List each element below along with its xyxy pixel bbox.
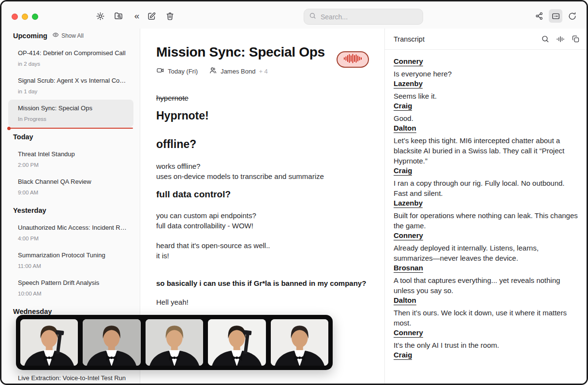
participant-photo-craig[interactable] xyxy=(146,319,203,366)
transcript-entry[interactable]: Craig xyxy=(394,350,578,359)
transcript-text: I ran a copy through our rig. Fully loca… xyxy=(394,178,578,198)
sidebar-note-title: Signal Scrub: Agent X vs Internal Coun..… xyxy=(18,76,129,85)
share-icon[interactable] xyxy=(532,9,546,23)
note-block-p: you can custom api endpoints? full data … xyxy=(156,210,368,231)
sidebar-note-item[interactable]: OP-414: Debrief on Compromised Call in 2… xyxy=(8,44,133,72)
sidebar-note-item[interactable]: Live Extraction: Voice-to-Intel Test Run xyxy=(8,370,133,384)
transcript-entry[interactable]: Connery Already deployed it internally. … xyxy=(394,231,578,263)
delete-note-icon[interactable] xyxy=(163,9,176,23)
sidebar-note-title: Threat Intel Standup xyxy=(18,150,129,158)
transcript-title: Transcript xyxy=(394,35,541,43)
transcript-text: A tool that captures everything... yet r… xyxy=(394,275,578,296)
app-window: « xyxy=(0,0,588,385)
sync-icon[interactable] xyxy=(565,9,579,23)
transcript-speaker[interactable]: Connery xyxy=(394,57,578,66)
note-block-h3: full data control? xyxy=(156,188,368,201)
sidebar-note-item[interactable]: Speech Pattern Drift Analysis 10:00 AM xyxy=(8,274,133,302)
sidebar-section-title: Upcoming xyxy=(13,32,47,40)
traffic-lights xyxy=(12,14,38,20)
sidebar-section: Yesterday Unauthorized Mic Access: Incid… xyxy=(1,207,140,302)
show-all-button[interactable]: Show All xyxy=(52,31,84,40)
transcript-speaker[interactable]: Dalton xyxy=(394,123,578,133)
transcript-speaker[interactable]: Craig xyxy=(394,101,578,110)
transcript-entry[interactable]: Connery Is everyone here? xyxy=(394,57,578,79)
transcript-speaker[interactable]: Craig xyxy=(394,166,578,175)
sidebar-note-subtitle: In Progress xyxy=(18,116,129,123)
note-block-p: Hell yeah! xyxy=(156,297,368,307)
transcript-entry[interactable]: Craig I ran a copy through our rig. Full… xyxy=(394,166,578,198)
meeting-date[interactable]: Today (Fri) xyxy=(168,68,198,75)
transcript-speaker[interactable]: Connery xyxy=(394,328,578,337)
transcript-entry[interactable]: Dalton Then it’s ours. We lock it down, … xyxy=(394,296,578,328)
participants-extra-count[interactable]: + 4 xyxy=(259,68,267,75)
sidebar-note-item[interactable]: Threat Intel Standup 2:00 PM xyxy=(8,146,133,173)
eye-icon xyxy=(52,31,59,40)
transcript-speaker[interactable]: Craig xyxy=(394,350,578,359)
participant-photo-brosnan[interactable] xyxy=(208,319,265,366)
video-icon xyxy=(156,66,164,76)
search-input[interactable] xyxy=(320,13,418,21)
settings-icon[interactable] xyxy=(93,9,107,23)
copy-transcript-icon[interactable] xyxy=(572,35,580,43)
widget-panel-icon[interactable] xyxy=(549,9,562,23)
transcript-panel: Transcript xyxy=(384,29,587,384)
transcript-entry[interactable]: Lazenby Seems like it. xyxy=(394,79,578,101)
current-time-dot xyxy=(7,127,11,130)
note-body[interactable]: hypernoteHyprnote!offline?works offline?… xyxy=(156,93,368,307)
transcript-text: Already deployed it internally. Listens,… xyxy=(394,243,578,263)
transcript-entry[interactable]: Brosnan A tool that captures everything.… xyxy=(394,263,578,296)
note-block-pbold: so basically i can use this if Gr*la is … xyxy=(156,278,368,288)
collapse-sidebar-icon[interactable]: « xyxy=(130,9,144,23)
transcript-speaker[interactable]: Dalton xyxy=(394,296,578,305)
transcript-text: Then it’s ours. We lock it down, use it … xyxy=(394,308,578,328)
sidebar-note-subtitle: 9:00 AM xyxy=(18,189,129,196)
participant-photo-dalton[interactable] xyxy=(271,319,328,366)
sidebar-section-title: Today xyxy=(13,133,33,141)
global-search[interactable] xyxy=(304,9,423,25)
participants-icon xyxy=(209,66,217,76)
participants-strip[interactable] xyxy=(16,315,333,370)
sidebar-note-item[interactable]: Mission Sync: Special Ops In Progress xyxy=(8,100,133,127)
current-time-indicator xyxy=(9,128,133,129)
sidebar-note-title: Black Channel QA Review xyxy=(18,178,129,186)
participant-name[interactable]: James Bond xyxy=(220,68,255,75)
note-block-p: works offline? uses on-device models to … xyxy=(156,161,368,181)
transcript-search-icon[interactable] xyxy=(541,35,549,43)
participant-photo-lazenby[interactable] xyxy=(83,319,140,366)
transcript-entry[interactable]: Lazenby Built for operations where nothi… xyxy=(394,198,578,231)
transcript-text: Built for operations where nothing can l… xyxy=(394,210,578,231)
sidebar-note-item[interactable]: Unauthorized Mic Access: Incident Re... … xyxy=(8,219,133,247)
sidebar-note-item[interactable]: Signal Scrub: Agent X vs Internal Coun..… xyxy=(8,72,133,100)
transcript-text: Seems like it. xyxy=(394,91,578,101)
sidebar-note-item[interactable]: Black Channel QA Review 9:00 AM xyxy=(8,173,133,201)
transcript-speaker[interactable]: Brosnan xyxy=(394,263,578,272)
note-block-strike: hypernote xyxy=(156,93,368,103)
transcript-header: Transcript xyxy=(385,29,587,50)
sidebar-note-item[interactable]: Summarization Protocol Tuning 11:00 AM xyxy=(8,247,133,274)
sidebar-note-subtitle: in 2 days xyxy=(18,60,129,68)
sidebar-note-subtitle: 11:00 AM xyxy=(18,263,129,270)
titlebar: « xyxy=(1,1,587,29)
note-block-h2: offline? xyxy=(156,137,368,151)
transcript-text: Let’s keep this tight. MI6 intercepted c… xyxy=(394,135,578,166)
transcript-text: Good. xyxy=(394,113,578,123)
zoom-window-button[interactable] xyxy=(32,14,38,20)
new-note-icon[interactable] xyxy=(145,9,158,23)
record-button[interactable] xyxy=(337,51,369,68)
transcript-speaker[interactable]: Lazenby xyxy=(394,198,578,207)
transcript-entry[interactable]: Connery It’s the only AI I trust in the … xyxy=(394,328,578,350)
sidebar-section: Today Threat Intel Standup 2:00 PM Black… xyxy=(1,133,140,201)
transcript-text: Is everyone here? xyxy=(394,69,578,79)
audio-waveform-icon[interactable] xyxy=(556,35,565,43)
sidebar-section-title: Yesterday xyxy=(13,207,46,214)
close-window-button[interactable] xyxy=(12,14,18,20)
sidebar-note-title: Summarization Protocol Tuning xyxy=(18,251,129,259)
minimize-window-button[interactable] xyxy=(22,14,28,20)
transcript-entry[interactable]: Dalton Let’s keep this tight. MI6 interc… xyxy=(394,123,578,166)
participant-photo-connery[interactable] xyxy=(20,319,78,366)
transcript-speaker[interactable]: Lazenby xyxy=(394,79,578,88)
transcript-speaker[interactable]: Connery xyxy=(394,231,578,240)
transcript-entry[interactable]: Craig Good. xyxy=(394,101,578,123)
folder-search-icon[interactable] xyxy=(112,9,125,23)
transcript-list[interactable]: Connery Is everyone here? Lazenby Seems … xyxy=(385,50,587,369)
